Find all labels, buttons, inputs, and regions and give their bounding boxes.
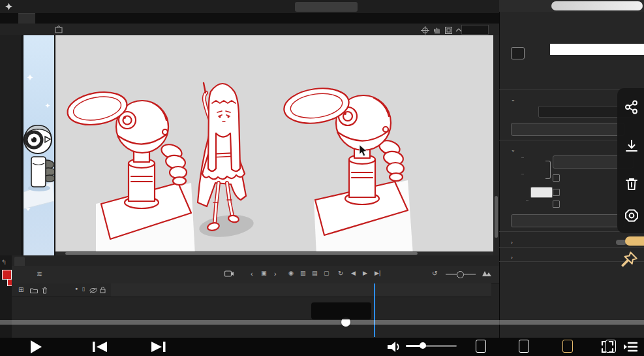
loop-icon[interactable]: ↻ <box>338 270 343 277</box>
animate-menubar <box>0 0 499 13</box>
docset-more-settings-button[interactable] <box>511 214 624 227</box>
add-folder-icon[interactable] <box>30 287 38 293</box>
subtitle-new-badge <box>619 331 625 338</box>
zoom-level-select[interactable] <box>461 25 489 35</box>
owl-illustration <box>23 35 54 255</box>
progress-bar[interactable] <box>0 320 644 325</box>
camera-icon[interactable] <box>224 270 234 277</box>
chevron-left-icon[interactable]: ‹ <box>251 270 253 278</box>
video-player-screen: ↰ <box>0 0 644 356</box>
highlight-column-icon[interactable]: ● <box>75 286 78 291</box>
document-settings-header[interactable]: ⌄ <box>511 142 520 154</box>
mark-button[interactable] <box>476 340 486 353</box>
publish-more-settings-button[interactable] <box>511 123 624 136</box>
left-robot-drawing <box>65 88 195 255</box>
timeline-playhead[interactable] <box>374 283 375 337</box>
reference-art-panel <box>23 35 54 255</box>
playlist-button[interactable] <box>622 340 638 353</box>
chevron-right-icon: › <box>511 240 513 246</box>
live-dot-icon <box>299 5 303 8</box>
overlay-highlight-pill <box>551 1 643 10</box>
height-field[interactable] <box>521 173 524 174</box>
edit-scene-icon[interactable] <box>55 25 63 33</box>
color-swatch-row-2 <box>511 28 644 43</box>
canvas-horizontal-scroll-thumb[interactable] <box>65 252 418 255</box>
right-robot-drawing <box>282 84 413 255</box>
record-button[interactable] <box>624 208 639 223</box>
stage-artwork <box>55 35 493 255</box>
previous-video-button[interactable] <box>91 340 108 353</box>
progress-tooltip <box>311 302 371 319</box>
chevron-right-icon[interactable]: › <box>274 270 277 278</box>
marker-range-icon[interactable]: ▢ <box>324 270 330 276</box>
fullscreen-button[interactable] <box>601 340 614 353</box>
timeline-ruler[interactable] <box>111 283 491 297</box>
live-class-badge[interactable] <box>295 2 358 12</box>
clip-content-icon[interactable] <box>444 26 453 35</box>
width-field[interactable] <box>521 157 524 158</box>
document-tab[interactable] <box>18 13 35 24</box>
scale-span-checkbox[interactable] <box>553 201 560 208</box>
share-button[interactable] <box>624 99 639 115</box>
outline-column-icon[interactable]: ▯ <box>82 286 85 292</box>
stage-color-swatch[interactable] <box>530 187 553 198</box>
timeline-toolbar <box>12 266 499 284</box>
play-button[interactable] <box>29 339 43 355</box>
hand-tool-icon[interactable] <box>433 26 441 35</box>
overlay-highlight-box <box>550 44 644 55</box>
swf-history-header[interactable]: › <box>511 235 517 247</box>
accessibility-header[interactable]: › <box>511 250 517 262</box>
layer-stack-icon[interactable]: ≋ <box>37 270 42 278</box>
stage-canvas[interactable] <box>55 35 493 255</box>
girl-character-drawing <box>198 83 255 240</box>
resize-triangles-icon[interactable] <box>482 270 492 277</box>
animate-logo-icon <box>5 3 12 10</box>
apply-pasteboard-checkbox[interactable] <box>553 189 560 196</box>
timeline-zoom-knob[interactable] <box>457 271 464 278</box>
svip-badge[interactable] <box>625 236 644 246</box>
prev-frame-icon[interactable]: ◀ <box>351 270 356 276</box>
speed-button[interactable] <box>519 340 529 353</box>
reset-zoom-icon[interactable]: ↺ <box>432 270 437 277</box>
center-frame-icon[interactable]: ▣ <box>261 270 267 276</box>
tools-panel <box>0 35 22 255</box>
fill-color-swatch[interactable] <box>2 270 12 280</box>
volume-knob[interactable] <box>420 342 426 349</box>
eye-slash-icon[interactable] <box>89 287 97 293</box>
chevron-right-icon: › <box>511 255 513 261</box>
timeline-layer-rows <box>12 297 499 337</box>
play-button-timeline[interactable]: ▶ <box>363 270 367 276</box>
link-dimensions-icon[interactable] <box>545 161 551 179</box>
animate-file-icon <box>511 47 525 59</box>
download-button[interactable] <box>624 138 639 154</box>
speed-svip-badge <box>539 331 545 339</box>
pin-button[interactable] <box>620 251 638 269</box>
tab-timeline[interactable] <box>14 257 25 266</box>
lock-column-icon[interactable] <box>100 287 106 293</box>
onion-skin-icon[interactable]: ◉ <box>288 270 294 276</box>
volume-icon[interactable] <box>386 340 402 354</box>
center-stage-icon[interactable] <box>421 26 429 35</box>
undo-icon[interactable]: ↰ <box>1 259 7 266</box>
color-swatch-row-1 <box>511 13 644 28</box>
scale-content-checkbox[interactable] <box>553 174 560 182</box>
fps-field[interactable] <box>526 199 529 201</box>
chevron-down-icon: ⌄ <box>511 147 515 153</box>
edit-multiple-frames-icon[interactable]: ▤ <box>312 270 318 276</box>
add-layer-icon[interactable]: ⊞ <box>18 286 23 293</box>
trash-button[interactable] <box>624 176 639 192</box>
chevron-down-icon: ⌄ <box>511 97 515 103</box>
document-tab-row <box>0 13 499 24</box>
next-video-button[interactable] <box>150 340 170 353</box>
canvas-vertical-scroll-thumb[interactable] <box>495 196 498 238</box>
publish-settings-header[interactable]: ⌄ <box>511 92 520 104</box>
delete-layer-icon[interactable] <box>42 287 48 294</box>
quality-button[interactable] <box>562 340 573 353</box>
onion-skin-outline-icon[interactable]: ▥ <box>300 270 306 276</box>
next-frame-icon[interactable]: ▶| <box>375 270 380 276</box>
